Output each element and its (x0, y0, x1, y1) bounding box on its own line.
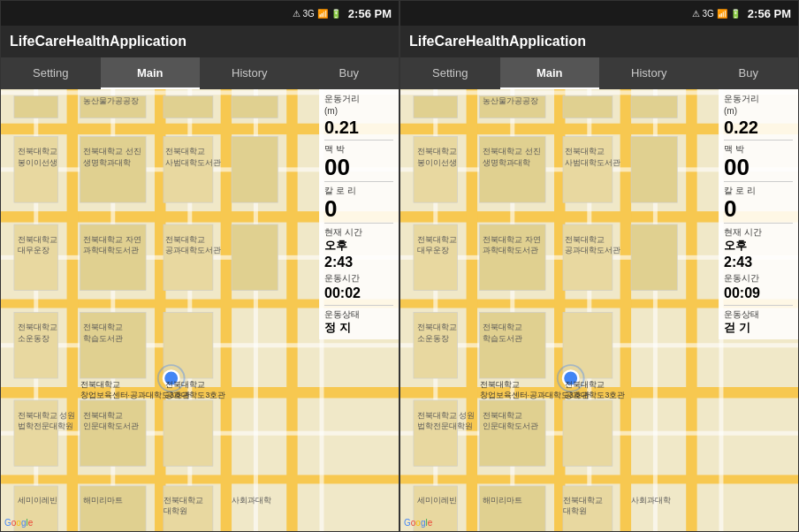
svg-text:학습도서관: 학습도서관 (483, 334, 522, 343)
svg-rect-98 (686, 89, 696, 531)
svg-rect-110 (414, 96, 458, 118)
status-icons-1: ⚠ 3G 📶 🔋 (293, 9, 341, 19)
status-bar-1: ⚠ 3G 📶 🔋 2:56 PM (1, 1, 399, 26)
current-time-meridiem-2: 오후 (724, 239, 793, 254)
svg-rect-36 (232, 224, 278, 291)
svg-text:사범대학도서관: 사범대학도서관 (165, 158, 221, 167)
svg-text:전북대학교: 전북대학교 (83, 411, 123, 420)
svg-text:사회과대학: 사회과대학 (232, 496, 271, 505)
svg-rect-32 (232, 137, 278, 203)
info-overlay-1: 운동거리 (m) 0.21 맥 박 00 칼 로 리 0 현재 시간 오후 2:… (319, 89, 399, 339)
svg-rect-26 (164, 96, 213, 118)
svg-rect-44 (80, 486, 147, 531)
svg-text:전북대학교: 전북대학교 (565, 235, 605, 244)
svg-text:봉이이선생: 봉이이선생 (417, 158, 457, 167)
svg-text:학습도서관: 학습도서관 (83, 334, 123, 343)
svg-rect-124 (631, 224, 677, 291)
svg-text:생명학과대학: 생명학과대학 (483, 158, 530, 167)
svg-text:해미리마트: 해미리마트 (83, 496, 123, 505)
svg-text:전북대학교 성원: 전북대학교 성원 (417, 411, 475, 420)
svg-text:전북대학교 성원: 전북대학교 성원 (18, 411, 75, 420)
distance-value-1: 0.21 (324, 118, 393, 137)
svg-rect-132 (480, 486, 546, 531)
tab-main-2[interactable]: Main (500, 57, 600, 89)
divider-1c (324, 223, 393, 224)
svg-text:전북대학교: 전북대학교 (565, 147, 605, 156)
svg-text:전북대학교: 전북대학교 (18, 323, 57, 331)
current-time-value-2: 2:43 (724, 254, 793, 272)
signal-icon-2: 📶 (717, 9, 727, 19)
svg-text:전북대학교: 전북대학교 (417, 235, 457, 244)
calories-value-1: 0 (324, 197, 393, 220)
divider-2d (724, 305, 793, 306)
tab-history-1[interactable]: History (200, 57, 300, 89)
exercise-time-value-1: 00:02 (324, 285, 393, 303)
svg-text:전북대학교: 전북대학교 (565, 380, 605, 389)
svg-text:인문대학도서관: 인문대학도서관 (83, 422, 139, 430)
exercise-state-value-2: 걷 기 (724, 321, 793, 336)
exercise-time-label-1: 운동시간 (324, 272, 393, 284)
status-bar-2: ⚠ 3G 📶 🔋 2:56 PM (400, 1, 798, 26)
notification-icon-2: ⚠ (692, 9, 700, 19)
svg-text:공과대학도서관: 공과대학도서관 (165, 246, 221, 255)
tab-history-2[interactable]: History (599, 57, 699, 89)
svg-text:전북대학교: 전북대학교 (18, 235, 57, 244)
exercise-time-value-2: 00:09 (724, 285, 793, 303)
svg-text:생명학과대학: 생명학과대학 (83, 158, 131, 167)
svg-rect-39 (164, 312, 213, 378)
exercise-time-label-2: 운동시간 (724, 272, 793, 284)
svg-rect-116 (631, 96, 677, 118)
svg-rect-120 (631, 137, 677, 203)
current-time-label-1: 현재 시간 (324, 226, 393, 238)
tab-bar-2[interactable]: Setting Main History Buy (400, 57, 798, 89)
svg-rect-9 (221, 89, 232, 531)
3g-icon-2: 3G (703, 9, 714, 19)
current-time-label-2: 현재 시간 (724, 226, 793, 238)
tab-main-1[interactable]: Main (101, 57, 201, 89)
svg-text:전북대학교: 전북대학교 (563, 496, 603, 505)
svg-text:전북대학교: 전북대학교 (480, 380, 520, 389)
tab-setting-1[interactable]: Setting (1, 57, 101, 89)
svg-text:소운동장: 소운동장 (417, 334, 449, 343)
app-title-1: LifeCareHealthApplication (10, 34, 186, 49)
svg-text:전북대학교: 전북대학교 (165, 380, 205, 389)
tab-setting-2[interactable]: Setting (400, 57, 500, 89)
svg-rect-97 (620, 89, 631, 531)
svg-text:과학대학도서관: 과학대학도서관 (483, 246, 538, 255)
exercise-state-label-2: 운동상태 (724, 308, 793, 320)
svg-rect-130 (563, 400, 613, 467)
svg-text:전북대학교 선진: 전북대학교 선진 (83, 147, 141, 156)
divider-1d (324, 305, 393, 306)
svg-rect-28 (232, 96, 278, 118)
svg-text:대무운장: 대무운장 (417, 246, 449, 255)
svg-text:전북대학교: 전북대학교 (483, 323, 522, 331)
status-time-1: 2:56 PM (348, 7, 392, 20)
svg-rect-93 (400, 475, 798, 483)
current-time-value-1: 2:43 (324, 254, 393, 272)
exercise-state-value-1: 정 지 (324, 321, 393, 336)
distance-label-1: 운동거리 (324, 93, 393, 104)
signal-icon: 📶 (317, 9, 328, 19)
notification-icon: ⚠ (293, 9, 301, 19)
current-time-meridiem-1: 오후 (324, 239, 393, 254)
content-area-1: 전북대학교 개선2단지 전북대학교 농업 생명과학대학 농산물가공공장 전북대학… (1, 89, 399, 531)
svg-text:공과대학도3호관: 공과대학도3호관 (565, 391, 625, 399)
status-time-2: 2:56 PM (748, 7, 791, 20)
svg-rect-127 (563, 312, 613, 378)
google-logo-1: Google (4, 518, 33, 528)
svg-text:전북대학교 선진: 전북대학교 선진 (483, 147, 540, 156)
svg-text:전북대학교: 전북대학교 (417, 323, 457, 331)
divider-1b (324, 181, 393, 182)
svg-text:공과대학도서관: 공과대학도서관 (565, 246, 620, 255)
svg-rect-10 (286, 89, 297, 531)
distance-unit-2: (m) (724, 105, 793, 117)
svg-text:전북대학교: 전북대학교 (80, 380, 120, 389)
tab-bar-1[interactable]: Setting Main History Buy (1, 57, 399, 89)
tab-buy-1[interactable]: Buy (300, 57, 400, 89)
tab-buy-2[interactable]: Buy (699, 57, 799, 89)
heartrate-value-1: 00 (324, 156, 393, 179)
svg-text:전북대학교: 전북대학교 (483, 411, 522, 420)
svg-text:전북대학교: 전북대학교 (164, 496, 203, 505)
svg-rect-5 (1, 475, 399, 483)
divider-2b (724, 181, 793, 182)
